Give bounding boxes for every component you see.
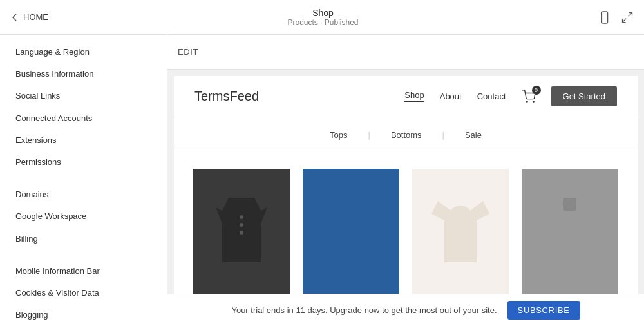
product-card-2[interactable]: [296, 162, 406, 294]
svg-line-3: [623, 18, 627, 22]
home-label: HOME: [23, 12, 48, 22]
svg-point-6: [240, 215, 243, 219]
site-header: TermsFeed Shop About Contact 0 Get St: [174, 76, 638, 117]
svg-point-8: [240, 231, 243, 235]
sidebar-item-cookies[interactable]: Cookies & Visitor Data: [0, 282, 167, 304]
nav-contact[interactable]: Contact: [477, 91, 506, 101]
svg-point-5: [533, 101, 534, 102]
back-icon: [10, 13, 19, 22]
trial-bar: Your trial ends in 11 days. Upgrade now …: [167, 294, 644, 326]
website-preview: TermsFeed Shop About Contact 0 Get St: [167, 70, 644, 294]
product-image-4: [522, 169, 618, 294]
products-grid: [174, 149, 638, 294]
page-subtitle: Products · Published: [287, 18, 358, 27]
svg-rect-0: [601, 11, 607, 23]
sidebar-item-blogging[interactable]: Blogging: [0, 304, 167, 326]
nav-shop[interactable]: Shop: [404, 90, 424, 102]
category-tops[interactable]: Tops: [319, 130, 357, 140]
sidebar-item-permissions[interactable]: Permissions: [0, 151, 167, 173]
sidebar-item-workspace[interactable]: Google Workspace: [0, 206, 167, 227]
subscribe-button[interactable]: SUBSCRIBE: [507, 301, 580, 320]
site-logo: TermsFeed: [194, 89, 259, 104]
cart-icon[interactable]: 0: [522, 90, 536, 104]
sidebar: Language & Region Business Information S…: [0, 35, 167, 326]
cart-badge: 0: [532, 86, 541, 95]
edit-bar: EDIT: [167, 35, 644, 70]
product-card-3[interactable]: [406, 162, 515, 294]
home-link[interactable]: HOME: [10, 12, 48, 22]
top-bar-actions: [598, 10, 634, 24]
svg-rect-9: [564, 198, 576, 211]
sidebar-item-language[interactable]: Language & Region: [0, 41, 167, 63]
category-nav: Tops | Bottoms | Sale: [174, 117, 638, 149]
product-image-1: [193, 169, 290, 294]
sidebar-item-connected[interactable]: Connected Accounts: [0, 108, 167, 129]
sidebar-item-social[interactable]: Social Links: [0, 85, 167, 107]
top-bar: HOME Shop Products · Published: [0, 0, 644, 35]
top-bar-center: Shop Products · Published: [287, 8, 358, 27]
mobile-icon[interactable]: [598, 10, 612, 24]
product-image-2: [303, 169, 399, 294]
category-sale[interactable]: Sale: [455, 130, 492, 140]
sidebar-item-domains[interactable]: Domains: [0, 184, 167, 206]
sidebar-item-mobileinfo[interactable]: Mobile Information Bar: [0, 260, 167, 282]
product-card-4[interactable]: [515, 162, 625, 294]
sidebar-item-billing[interactable]: Billing: [0, 228, 167, 250]
svg-point-7: [240, 223, 243, 227]
get-started-button[interactable]: Get Started: [551, 86, 617, 106]
category-bottoms[interactable]: Bottoms: [381, 130, 432, 140]
page-title: Shop: [312, 8, 334, 18]
main-layout: Language & Region Business Information S…: [0, 35, 644, 326]
nav-about[interactable]: About: [440, 91, 462, 101]
edit-label: EDIT: [178, 47, 198, 57]
product-image-3: [412, 169, 509, 294]
website-frame: TermsFeed Shop About Contact 0 Get St: [174, 76, 638, 294]
site-nav: Shop About Contact 0 Get Started: [404, 86, 617, 106]
svg-line-2: [629, 12, 632, 16]
sidebar-item-business[interactable]: Business Information: [0, 63, 167, 85]
sidebar-item-extensions[interactable]: Extensions: [0, 129, 167, 151]
expand-icon[interactable]: [621, 11, 634, 24]
product-card-1[interactable]: [187, 162, 296, 294]
trial-message: Your trial ends in 11 days. Upgrade now …: [231, 305, 497, 315]
svg-point-4: [526, 101, 527, 102]
preview-area: EDIT TermsFeed Shop About Contact: [167, 35, 644, 326]
